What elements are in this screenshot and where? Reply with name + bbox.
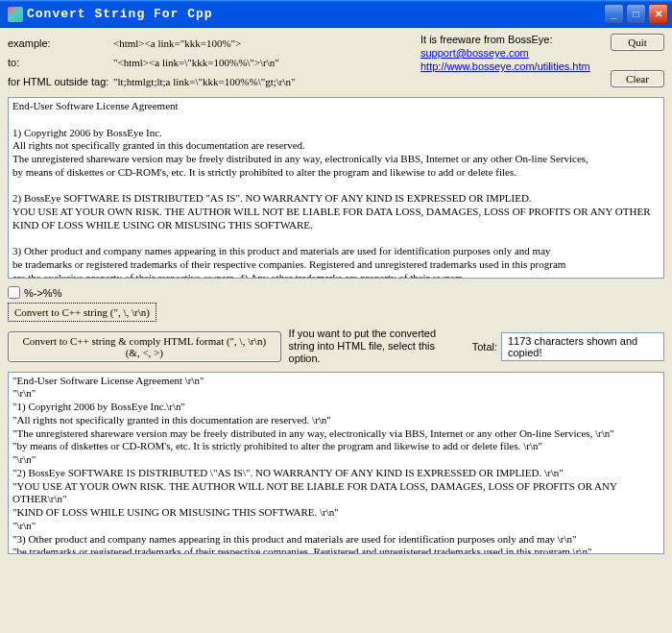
app-icon [8,7,23,22]
example-row-2: to: "<html><a link=\"kkk=100%%\">\r\n" [8,53,413,72]
example-label-3: for HTML outside tag: [8,76,113,87]
percent-checkbox[interactable] [8,286,20,299]
total-value: 1173 characters shown and copied! [501,332,664,361]
freeware-text: It is freeware from BossEye: [420,34,605,45]
example-label-2: to: [8,57,113,68]
quit-button[interactable]: Quit [611,34,664,51]
example-row-1: example: <html><a link="kkk=100%"> [8,34,413,53]
info-panel: It is freeware from BossEye: support@bos… [413,34,605,91]
example-value-2: "<html><a link=\"kkk=100%%\">\r\n" [113,57,279,68]
hint-text: If you want to put the converted string … [289,328,465,366]
minimize-button[interactable]: _ [604,4,624,24]
top-section: example: <html><a link="kkk=100%"> to: "… [8,34,664,91]
example-row-3: for HTML outside tag: "lt;htmlgt;lt;a li… [8,72,413,91]
button-column: Quit Clear [605,34,664,91]
convert-cpp-button[interactable]: Convert to C++ string (", \, \r\n) [8,303,156,322]
content-area: example: <html><a link="kkk=100%"> to: "… [0,28,672,564]
percent-checkbox-label: %->%% [24,287,61,299]
example-value-1: <html><a link="kkk=100%"> [113,37,241,49]
support-link[interactable]: support@bosseye.com [420,47,605,59]
example-label-1: example: [8,37,113,49]
maximize-button[interactable]: □ [626,4,646,24]
example-value-3: "lt;htmlgt;lt;a link=\"kkk=100%%\"gt;\r\… [113,76,296,87]
total-label: Total: [472,341,497,353]
window-controls: _ □ ✕ [604,4,668,24]
total-row: Total: 1173 characters shown and copied! [472,332,664,361]
titlebar: Convert String For Cpp _ □ ✕ [0,0,672,28]
site-link[interactable]: http://www.bosseye.com/utilities.htm [420,61,605,72]
examples-panel: example: <html><a link="kkk=100%"> to: "… [8,34,413,91]
input-textarea[interactable] [8,97,664,279]
output-textarea[interactable] [8,372,664,554]
clear-button[interactable]: Clear [611,70,664,87]
convert-cpp-html-button[interactable]: Convert to C++ string & comply HTML form… [8,331,281,362]
convert-row-2: Convert to C++ string & comply HTML form… [8,328,664,366]
window-title: Convert String For Cpp [27,7,604,21]
checkbox-row: %->%% [8,286,664,299]
close-button[interactable]: ✕ [648,4,668,24]
